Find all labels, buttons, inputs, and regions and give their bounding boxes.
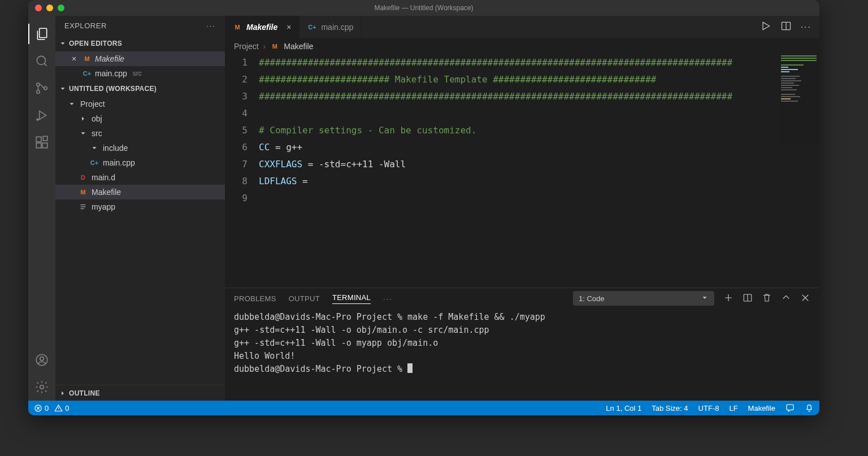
minimize-window-button[interactable] bbox=[46, 5, 53, 11]
outline-section[interactable]: OUTLINE bbox=[55, 385, 225, 401]
tab-size-status[interactable]: Tab Size: 4 bbox=[652, 404, 688, 412]
output-tab[interactable]: OUTPUT bbox=[289, 294, 320, 303]
tree-item-label: Makefile bbox=[92, 188, 121, 197]
debug-activity-icon[interactable] bbox=[28, 102, 55, 129]
file-item[interactable]: myapp bbox=[55, 199, 225, 214]
folder-item[interactable]: include bbox=[55, 141, 225, 155]
run-icon[interactable] bbox=[760, 20, 771, 34]
problems-tab[interactable]: PROBLEMS bbox=[234, 294, 276, 303]
editor-tab[interactable]: MMakefile× bbox=[225, 16, 300, 38]
eol-status[interactable]: LF bbox=[729, 404, 737, 412]
file-item[interactable]: C+main.cpp bbox=[55, 155, 225, 170]
editor-area: MMakefile×C+main.cpp ··· Project › M Mak… bbox=[225, 16, 819, 401]
encoding-status[interactable]: UTF-8 bbox=[698, 404, 719, 412]
folder-item[interactable]: obj bbox=[55, 111, 225, 126]
close-icon[interactable]: × bbox=[69, 54, 79, 63]
breadcrumb-folder[interactable]: Project bbox=[234, 42, 259, 51]
terminal-line: dubbelda@Davids-Mac-Pro Project % make -… bbox=[234, 311, 810, 324]
workspace-section[interactable]: UNTITLED (WORKSPACE) bbox=[55, 81, 225, 97]
tab-label: main.cpp bbox=[321, 23, 353, 32]
accounts-activity-icon[interactable] bbox=[28, 346, 55, 374]
line-number: 9 bbox=[225, 190, 248, 207]
tree-item-label: main.d bbox=[92, 173, 115, 182]
makefile-icon: M bbox=[83, 54, 92, 63]
file-item[interactable]: MMakefile bbox=[55, 185, 225, 199]
workspace-tree: ProjectobjsrcincludeC+main.cppDmain.dMMa… bbox=[55, 97, 225, 385]
more-icon[interactable]: ··· bbox=[206, 21, 216, 30]
window-title: Makefile — Untitled (Workspace) bbox=[374, 4, 473, 12]
more-icon[interactable]: ··· bbox=[801, 22, 811, 32]
terminal-output[interactable]: dubbelda@Davids-Mac-Pro Project % make -… bbox=[225, 309, 819, 401]
split-editor-icon[interactable] bbox=[780, 20, 792, 34]
maximize-panel-icon[interactable] bbox=[781, 293, 791, 305]
search-activity-icon[interactable] bbox=[28, 47, 55, 75]
close-panel-icon[interactable] bbox=[800, 293, 810, 305]
close-window-button[interactable] bbox=[35, 5, 42, 11]
code-line bbox=[259, 190, 819, 207]
feedback-icon[interactable] bbox=[785, 403, 795, 412]
main-layout: EXPLORER ··· OPEN EDITORS ×MMakefileC+ma… bbox=[28, 16, 819, 401]
language-status[interactable]: Makefile bbox=[748, 404, 775, 412]
open-editor-item[interactable]: ×MMakefile bbox=[55, 51, 225, 66]
workspace-label: UNTITLED (WORKSPACE) bbox=[69, 85, 157, 93]
line-number: 5 bbox=[225, 122, 248, 139]
tabbar-actions: ··· bbox=[760, 16, 819, 38]
open-editors-label: OPEN EDITORS bbox=[69, 40, 122, 47]
svg-rect-7 bbox=[36, 143, 41, 148]
close-tab-icon[interactable]: × bbox=[287, 23, 291, 32]
sidebar-header: EXPLORER ··· bbox=[55, 16, 225, 36]
trash-icon[interactable] bbox=[762, 293, 772, 305]
editor-tab[interactable]: C+main.cpp bbox=[300, 16, 362, 38]
file-item[interactable]: Dmain.d bbox=[55, 170, 225, 185]
code-editor[interactable]: 123456789 ##############################… bbox=[225, 54, 819, 288]
code-content[interactable]: ########################################… bbox=[259, 54, 819, 288]
chevron-down-icon bbox=[67, 100, 77, 108]
split-terminal-icon[interactable] bbox=[743, 293, 753, 305]
svg-point-11 bbox=[40, 357, 44, 361]
svg-rect-0 bbox=[40, 28, 47, 37]
svg-rect-6 bbox=[36, 137, 41, 142]
bell-icon[interactable] bbox=[805, 403, 814, 412]
svg-rect-8 bbox=[42, 143, 47, 148]
open-editors-tree: ×MMakefileC+main.cppsrc bbox=[55, 51, 225, 81]
makefile-icon: M bbox=[233, 23, 242, 32]
warnings-status[interactable]: 0 bbox=[54, 404, 69, 412]
breadcrumb-file[interactable]: Makefile bbox=[284, 42, 313, 51]
new-terminal-icon[interactable] bbox=[723, 293, 734, 305]
tree-item-label: include bbox=[103, 144, 128, 153]
code-line: LDFLAGS = bbox=[259, 173, 819, 190]
cursor-position-status[interactable]: Ln 1, Col 1 bbox=[606, 404, 641, 412]
extensions-activity-icon[interactable] bbox=[28, 129, 55, 156]
errors-status[interactable]: 0 bbox=[34, 404, 49, 412]
file-hint: src bbox=[133, 70, 142, 77]
panel-tabs: PROBLEMS OUTPUT TERMINAL ··· 1: Code bbox=[225, 288, 819, 309]
file-label: Makefile bbox=[95, 54, 124, 63]
line-numbers-gutter: 123456789 bbox=[225, 54, 259, 288]
settings-activity-icon[interactable] bbox=[28, 374, 55, 401]
terminal-tab[interactable]: TERMINAL bbox=[332, 293, 371, 304]
svg-point-5 bbox=[36, 118, 38, 120]
source-control-activity-icon[interactable] bbox=[28, 75, 55, 102]
terminal-selector[interactable]: 1: Code bbox=[573, 291, 714, 306]
more-icon[interactable]: ··· bbox=[383, 294, 393, 303]
svg-point-3 bbox=[37, 90, 40, 93]
tab-bar: MMakefile×C+main.cpp ··· bbox=[225, 16, 819, 38]
open-editors-section[interactable]: OPEN EDITORS bbox=[55, 36, 225, 51]
open-editor-item[interactable]: C+main.cppsrc bbox=[55, 66, 225, 81]
folder-item[interactable]: src bbox=[55, 126, 225, 141]
tree-item-label: src bbox=[92, 129, 102, 138]
code-line: # Compiler settings - Can be customized. bbox=[259, 122, 819, 139]
terminal-line: dubbelda@Davids-Mac-Pro Project % bbox=[234, 363, 810, 376]
minimap[interactable] bbox=[780, 54, 819, 288]
folder-item[interactable]: Project bbox=[55, 97, 225, 111]
traffic-lights bbox=[28, 5, 64, 11]
maximize-window-button[interactable] bbox=[58, 5, 64, 11]
cpp-icon: C+ bbox=[83, 69, 92, 78]
chevron-right-icon bbox=[59, 389, 67, 397]
breadcrumb[interactable]: Project › M Makefile bbox=[225, 38, 819, 54]
tree-item-label: obj bbox=[92, 114, 102, 123]
tree-item-label: myapp bbox=[92, 202, 115, 211]
terminal-line: g++ -std=c++11 -Wall -o myapp obj/main.o bbox=[234, 337, 810, 350]
explorer-activity-icon[interactable] bbox=[28, 20, 55, 47]
vscode-window: Makefile — Untitled (Workspace) bbox=[28, 0, 819, 415]
